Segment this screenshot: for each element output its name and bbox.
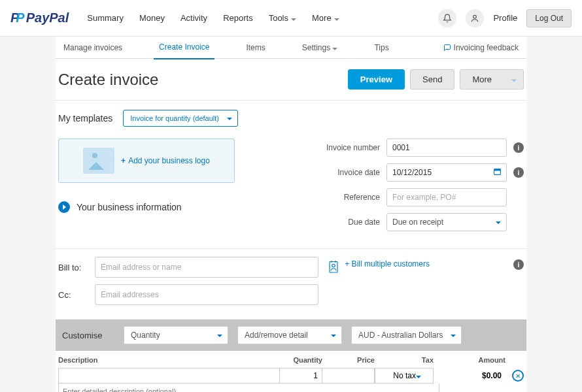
top-nav: Summary Money Activity Reports Tools Mor… [87,13,438,23]
business-info-toggle[interactable]: Your business information [58,201,292,213]
svg-rect-2 [494,169,501,171]
nav-summary[interactable]: Summary [87,13,124,23]
subnav-items[interactable]: Items [241,37,270,59]
page-title: Create invoice [58,71,343,89]
more-button-label: More [472,74,492,84]
chevron-down-icon [451,332,456,338]
user-icon[interactable] [466,9,484,27]
profile-link[interactable]: Profile [493,13,517,23]
col-amount: Amount [434,356,505,364]
invoice-number-input[interactable] [386,139,507,157]
top-actions: Profile Log Out [438,9,572,27]
info-icon[interactable]: i [513,259,524,270]
contact-icon[interactable] [328,259,339,277]
templates-label: My templates [58,113,112,123]
nav-tools-label: Tools [269,13,288,23]
cc-label: Cc: [58,290,90,300]
paypal-pp-icon: PP [10,10,25,25]
feedback-label: Invoicing feedback [454,43,519,52]
quantity-select-value: Quantity [131,331,160,340]
subnav-create[interactable]: Create Invoice [154,36,214,59]
logout-button[interactable]: Log Out [526,9,572,27]
subnav-feedback[interactable]: Invoicing feedback [438,37,524,59]
paypal-logo[interactable]: PP PayPal [10,10,69,25]
nav-more[interactable]: More [312,13,339,23]
chevron-down-icon [496,219,501,225]
more-button[interactable]: More [460,69,524,90]
item-detail-textarea[interactable] [58,384,439,392]
bell-icon[interactable] [438,9,456,27]
svg-point-6 [332,264,335,267]
calendar-icon[interactable] [493,167,502,178]
send-button[interactable]: Send [410,69,454,90]
top-nav-bar: PP PayPal Summary Money Activity Reports… [0,0,582,37]
sub-nav: Manage invoices Create Invoice Items Set… [56,37,526,59]
templates-row: My templates Invoice for quantity (defau… [56,101,526,136]
item-amount: $0.00 [434,371,505,380]
item-quantity-input[interactable] [280,368,322,384]
detail-select-value: Add/remove detail [245,331,308,340]
billto-label: Bill to: [58,263,90,272]
subnav-manage[interactable]: Manage invoices [58,37,128,59]
template-select[interactable]: Invoice for quantity (default) [123,110,238,127]
line-item-row: No tax $0.00 ✕ [56,368,526,384]
chevron-down-icon [334,13,339,23]
brand-text: PayPal [26,10,69,25]
item-tax-value: No tax [393,371,416,380]
nav-tools[interactable]: Tools [269,13,296,23]
detail-select[interactable]: Add/remove detail [237,326,342,344]
nav-more-label: More [312,13,332,23]
chat-icon [443,44,451,52]
quantity-select[interactable]: Quantity [124,326,228,344]
col-description: Description [58,356,280,364]
chevron-down-icon [291,13,296,23]
currency-select[interactable]: AUD - Australian Dollars [351,326,462,344]
due-date-label: Due date [308,218,380,227]
due-date-select[interactable]: Due on receipt [386,213,507,231]
subnav-tips[interactable]: Tips [369,37,394,59]
chevron-down-icon [511,76,517,83]
chevron-down-icon [416,371,421,380]
business-info-label: Your business information [77,202,182,212]
currency-select-value: AUD - Australian Dollars [358,331,443,340]
add-logo-link: +Add your business logo [121,156,210,165]
item-price-input[interactable] [322,368,375,384]
chevron-down-icon [332,43,337,52]
template-selected: Invoice for quantity (default) [130,114,219,122]
billto-input[interactable] [95,257,318,278]
chevron-down-icon [331,332,336,338]
chevron-down-icon [217,332,222,338]
nav-activity[interactable]: Activity [180,13,207,23]
invoice-date-input[interactable] [386,163,507,182]
col-quantity: Quantity [280,356,322,364]
info-icon[interactable]: i [513,167,524,178]
item-description-input[interactable] [58,368,280,384]
invoice-number-label: Invoice number [308,143,380,152]
remove-line-button[interactable]: ✕ [512,370,524,382]
customise-bar: Customise Quantity Add/remove detail AUD… [56,319,526,351]
bill-multiple-link[interactable]: + Bill multiple customers [345,259,430,269]
chevron-down-icon [227,115,232,122]
page-header: Create invoice Preview Send More [56,69,526,100]
page-content: Manage invoices Create Invoice Items Set… [56,37,526,392]
reference-input[interactable] [386,188,507,206]
subnav-settings[interactable]: Settings [297,37,343,59]
add-logo-box[interactable]: +Add your business logo [58,139,235,183]
preview-button[interactable]: Preview [348,69,405,90]
due-date-value: Due on receipt [392,218,443,227]
col-price: Price [322,356,375,364]
item-tax-select[interactable]: No tax [375,368,434,384]
col-tax: Tax [375,356,434,364]
cc-input[interactable] [95,284,318,305]
image-placeholder-icon [83,148,114,174]
chevron-right-icon [58,201,70,213]
reference-label: Reference [308,193,380,202]
invoice-date-label: Invoice date [308,168,380,177]
billto-section: Bill to: Cc: + Bill multiple customers i [56,249,526,319]
info-icon[interactable]: i [513,142,524,153]
plus-icon: + [121,156,126,165]
subnav-settings-label: Settings [302,43,330,52]
nav-reports[interactable]: Reports [223,13,253,23]
nav-money[interactable]: Money [139,13,165,23]
items-header: Description Quantity Price Tax Amount [56,351,526,368]
